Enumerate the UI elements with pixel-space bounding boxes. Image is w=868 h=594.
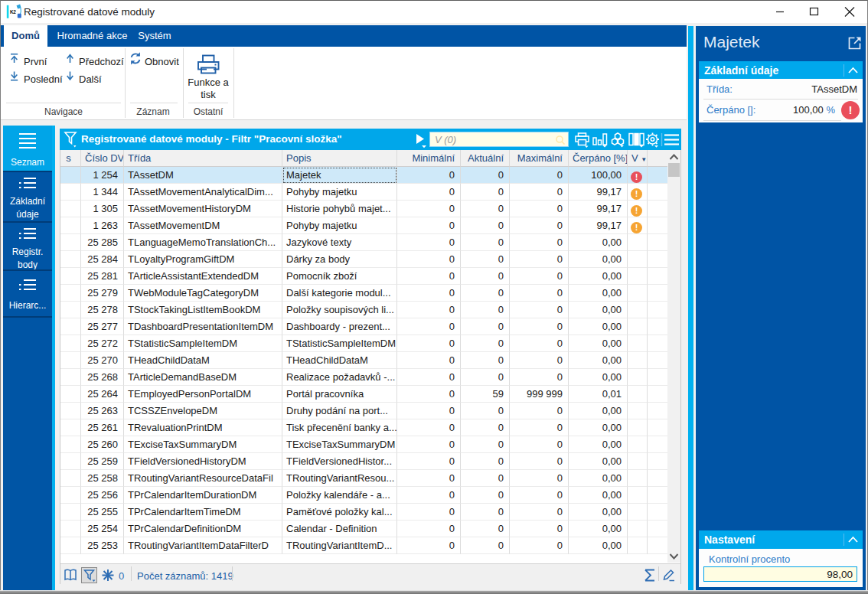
svg-text:K2: K2 xyxy=(10,9,16,15)
